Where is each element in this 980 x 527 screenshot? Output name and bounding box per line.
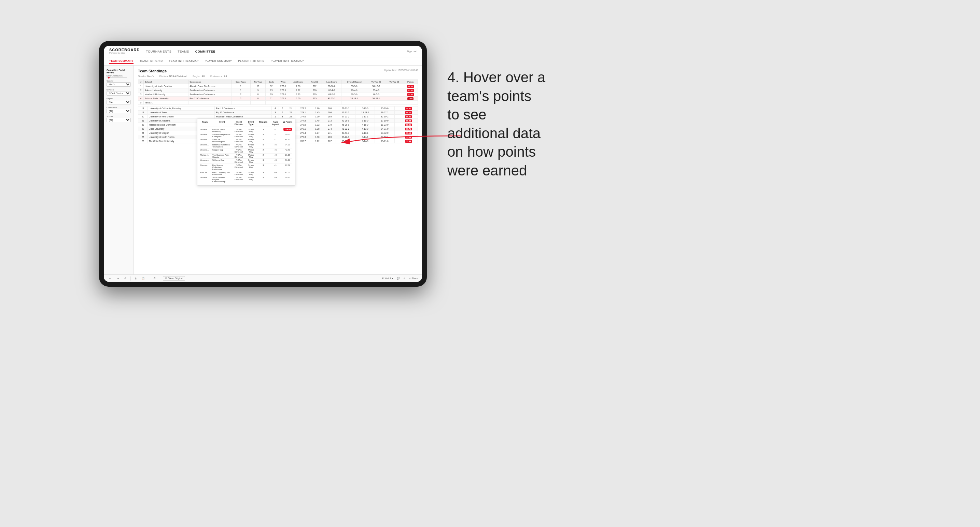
comment-button[interactable]: 💬 (397, 277, 400, 280)
table-row[interactable]: 18 University of California, Berkeley Pa… (138, 106, 418, 111)
cell-low-score: 67-10-0 (322, 84, 342, 88)
tab-team-h2h-grid[interactable]: TEAM H2H GRID (140, 59, 163, 64)
col-overall-record: Overall Record (342, 80, 367, 84)
tablet-screen: SCOREBOARD Powered by clippi TOURNAMENTS… (104, 46, 422, 282)
table-row[interactable]: 2 Auburn University Southeastern Confere… (138, 88, 418, 92)
tooltip-row: Univers... Copper Cup NCAA Division I Ma… (200, 148, 292, 154)
table-row[interactable]: 19 University of Texas Big 12 Conference… (138, 111, 418, 115)
division-filter-label: Division: NCAA Division I (159, 75, 187, 78)
table-row[interactable]: 4 Arizona State University Pac-12 Confer… (138, 97, 418, 101)
label-gender: Gender (107, 80, 131, 82)
label-school: School (107, 115, 131, 117)
col-adj-score: Adj Score (289, 80, 307, 84)
sidebar-portal-title: Committee Portal Review (107, 69, 131, 74)
label-conference: Conference (107, 106, 131, 108)
nav-bar: SCOREBOARD Powered by clippi TOURNAMENTS… (104, 46, 422, 57)
cell-vs25: 50-10-0 (367, 84, 385, 88)
label-region: Region (107, 98, 131, 100)
tooltip-col-team: Team (200, 121, 210, 125)
tooltip-col-event-div: Event Division (234, 121, 243, 125)
col-no-tour: No Tour (250, 80, 266, 84)
col-low-score: Low Score (322, 80, 342, 84)
cell-rank: 1 (138, 84, 144, 88)
reset-button[interactable]: ↺ (123, 276, 128, 281)
col-points: Points (403, 80, 418, 84)
gender-filter-label: Gender: Men's (138, 75, 154, 78)
tab-team-h2h-heatmap[interactable]: TEAM H2H HEATMAP (169, 59, 199, 64)
expand-button[interactable]: ⤢ (403, 277, 405, 280)
report-area: Team Standings Update time: 13/03/2024 1… (134, 65, 422, 275)
tooltip-row: Univers... Williams Cup NCAA Division I … (200, 159, 292, 164)
cell-school: University of North Carolina (144, 84, 188, 88)
tab-player-h2h-heatmap[interactable]: PLAYER H2H HEATMAP (271, 59, 304, 64)
view-icon: 👁 (165, 277, 167, 279)
tooltip-row: Univers... 2023 Sahalee Players Champion… (200, 176, 292, 183)
table-row[interactable]: 5 Texas T... (138, 101, 418, 105)
app-logo-sub: Powered by clippi (109, 52, 140, 54)
tooltip-row: Univers... National Invitational Tournam… (200, 143, 292, 148)
copy-button[interactable]: ⎘ (134, 276, 138, 280)
nav-tournaments[interactable]: TOURNAMENTS (146, 49, 172, 54)
table-row[interactable]: 3 Vanderbilt University Southeastern Con… (138, 92, 418, 97)
col-rank: # (138, 80, 144, 84)
tooltip-col-rounds: Rounds (258, 121, 268, 125)
toolbar-sep-1 (130, 276, 131, 281)
tooltip-row: Univers... Southern Highlands Collegiate… (200, 133, 292, 138)
report-title: Team Standings (138, 69, 167, 73)
tab-player-summary[interactable]: PLAYER SUMMARY (205, 59, 232, 64)
report-title-block: Team Standings (138, 69, 167, 73)
watch-button[interactable]: 👁 Watch ▾ (382, 277, 394, 280)
logo-area: SCOREBOARD Powered by clippi (109, 48, 140, 54)
tooltip-row: Univers... Amer An Intercollegiate NCAA … (200, 138, 292, 143)
tablet-frame: SCOREBOARD Powered by clippi TOURNAMENTS… (99, 41, 427, 287)
view-label: View: Original (168, 277, 183, 279)
tooltip-col-rank-impact: Rank Impact (271, 121, 280, 125)
tab-player-h2h-grid[interactable]: PLAYER H2H GRID (238, 59, 264, 64)
cell-avg-sg: 262 (307, 84, 322, 88)
school-select[interactable]: (All) (107, 118, 131, 122)
paste-button[interactable]: 📋 (140, 276, 146, 281)
report-header: Team Standings Update time: 13/03/2024 1… (138, 69, 418, 73)
cell-points[interactable]: 97.02 (403, 84, 418, 88)
region-select[interactable]: N/A (107, 100, 131, 105)
division-select[interactable]: NCAA Division I (107, 91, 131, 95)
cell-no-tour: 10 (250, 84, 266, 88)
tooltip-col-event-type: Event Type (246, 121, 256, 125)
tooltip-col-w-points: W Points (283, 121, 293, 125)
filter-row: Gender: Men's Division: NCAA Division I … (138, 75, 418, 78)
tab-team-summary[interactable]: TEAM SUMMARY (109, 59, 134, 64)
main-content: Committee Portal Review Minimum Rounds G… (104, 65, 422, 275)
share-icon: ↗ (409, 277, 411, 280)
tooltip-row: Georgia Ben Hogan Collegiate Invitationa… (200, 164, 292, 171)
conference-select[interactable]: (All) (107, 109, 131, 113)
toolbar-sep-3 (160, 276, 160, 281)
points-tooltip: Team Event Event Division Event Type Rou… (197, 118, 295, 186)
min-rounds-slider[interactable] (107, 77, 127, 78)
toolbar-right: 👁 Watch ▾ 💬 ⤢ ↗ Share (382, 277, 418, 280)
cell-vs50 (385, 84, 403, 88)
nav-teams[interactable]: TEAMS (178, 49, 189, 54)
cell-bnds: 32 (266, 84, 277, 88)
nav-items: TOURNAMENTS TEAMS COMMITTEE (146, 49, 402, 54)
watch-label: Watch (385, 277, 392, 279)
timer-button[interactable]: ⏱ (152, 276, 157, 280)
cell-conference: Atlantic Coast Conference (188, 84, 231, 88)
col-wins: Wins (277, 80, 289, 84)
sign-out-button[interactable]: Sign out (403, 50, 417, 53)
col-avg-sg: Avg SG (307, 80, 322, 84)
gender-select[interactable]: Men's (107, 82, 131, 87)
view-selector[interactable]: 👁 View: Original (163, 276, 185, 281)
col-bnds: Bnds (266, 80, 277, 84)
standings-table: # School Conference Conf Rank No Tour Bn… (138, 79, 418, 105)
share-button[interactable]: ↗ Share (409, 277, 418, 280)
bottom-toolbar: ↩ ↪ ↺ ⎘ 📋 ⏱ 👁 View: Original 👁 Watch ▾ 💬 (104, 275, 422, 282)
app-logo: SCOREBOARD (109, 48, 140, 52)
cell-adj-score: 2.86 (289, 84, 307, 88)
slider-thumb (108, 77, 110, 78)
table-row[interactable]: 1 University of North Carolina Atlantic … (138, 84, 418, 88)
undo-button[interactable]: ↩ (108, 276, 113, 281)
nav-committee[interactable]: COMMITTEE (195, 49, 215, 54)
table-row[interactable]: 20 University of New Mexico Mountain Wes… (138, 115, 418, 119)
label-min-rounds: Minimum Rounds (107, 75, 131, 77)
redo-button[interactable]: ↪ (115, 276, 120, 281)
